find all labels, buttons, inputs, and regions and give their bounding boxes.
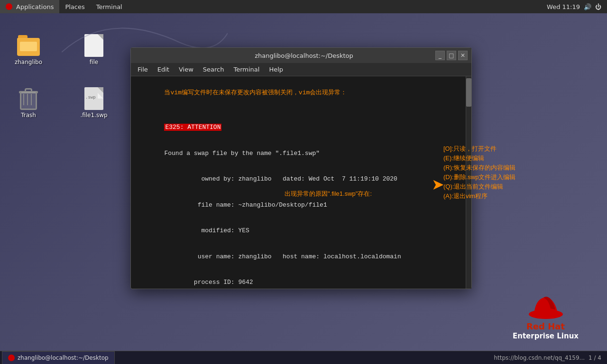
terminal-text[interactable]: 当vim编写文件时在未保存更改内容被强制关闭，vim会出现异常： E325: A… bbox=[131, 76, 466, 289]
places-menu[interactable]: Places bbox=[59, 0, 90, 13]
annotation-5: (A):退出vim程序 bbox=[443, 192, 515, 200]
redhat-logo: Red Hat Enterprise Linux bbox=[513, 291, 579, 340]
arrow-icon: ➤ bbox=[432, 175, 444, 193]
taskbar-dot-icon bbox=[8, 355, 15, 361]
taskbar-right: https://blog.csdn.net/qq_4159... 1 / 4 bbox=[494, 355, 607, 361]
attention-badge: E325: ATTENTION bbox=[164, 124, 221, 131]
menu-file[interactable]: File bbox=[133, 63, 153, 76]
desktop-icon-swp[interactable]: .swp .file1.swp bbox=[75, 85, 113, 120]
header-chinese: 当vim编写文件时在未保存更改内容被强制关闭，vim会出现异常： bbox=[164, 89, 347, 96]
redhat-text2: Enterprise Linux bbox=[513, 332, 579, 340]
desktop: Applications Places Terminal Wed 11:19 🔊… bbox=[0, 0, 607, 364]
terminal-title: zhanglibo@localhost:~/Desktop bbox=[173, 52, 435, 59]
desktop-icon-trash[interactable]: Trash bbox=[9, 85, 47, 120]
menu-view[interactable]: View bbox=[174, 63, 198, 76]
close-button[interactable]: ✕ bbox=[458, 51, 468, 60]
menu-help[interactable]: Help bbox=[264, 63, 288, 76]
taskbar: zhanglibo@localhost:~/Desktop https://bl… bbox=[0, 351, 607, 364]
content-line-3: modified: YES bbox=[164, 227, 249, 234]
window-controls: _ □ ✕ bbox=[435, 51, 468, 60]
terminal-titlebar: zhanglibo@localhost:~/Desktop _ □ ✕ bbox=[131, 48, 471, 63]
annotation-2: (R):恢复未保存的内容编辑 bbox=[443, 164, 515, 172]
minimize-button[interactable]: _ bbox=[435, 51, 445, 60]
terminal-menu[interactable]: Terminal bbox=[91, 0, 128, 13]
top-bar-left: Applications Places Terminal bbox=[0, 0, 128, 13]
annotation-1: (E):继续便编辑 bbox=[443, 154, 515, 163]
scrollbar-thumb[interactable] bbox=[466, 78, 471, 107]
annotations-panel: [O]:只读，打开文件 (E):继续便编辑 (R):恢复未保存的内容编辑 (D)… bbox=[443, 145, 515, 200]
cause-text: 出现异常的原因".file1.swp"存在: bbox=[285, 190, 372, 198]
trash-label: Trash bbox=[21, 112, 36, 118]
swp-label: .file1.swp bbox=[80, 112, 107, 118]
redhat-dot-icon bbox=[6, 3, 12, 10]
terminal-content: 当vim编写文件时在未保存更改内容被强制关闭，vim会出现异常： E325: A… bbox=[131, 76, 471, 289]
terminal-label: Terminal bbox=[96, 3, 122, 10]
content-line-4: user name: zhanglibo host name: localhos… bbox=[164, 253, 401, 260]
annotation-4: (Q):退出当前文件编辑 bbox=[443, 182, 515, 191]
taskbar-url: https://blog.csdn.net/qq_4159... bbox=[494, 355, 585, 361]
menu-edit[interactable]: Edit bbox=[153, 63, 174, 76]
swp-file-icon: .swp bbox=[83, 87, 105, 110]
content-line-5: process ID: 9642 bbox=[164, 279, 253, 286]
menu-search[interactable]: Search bbox=[198, 63, 229, 76]
annotation-3: (D):删除.swp文件进入编辑 bbox=[443, 173, 515, 182]
taskbar-page-info: 1 / 4 bbox=[589, 355, 601, 361]
power-icon[interactable]: ⏻ bbox=[595, 3, 601, 10]
content-line-1: owned by: zhanglibo dated: Wed Oct 7 11:… bbox=[164, 175, 397, 182]
clock: Wed 11:19 bbox=[547, 3, 580, 10]
top-bar: Applications Places Terminal Wed 11:19 🔊… bbox=[0, 0, 607, 13]
trash-icon bbox=[17, 87, 40, 110]
menu-terminal[interactable]: Terminal bbox=[229, 63, 264, 76]
applications-menu[interactable]: Applications bbox=[0, 0, 59, 13]
top-bar-right: Wed 11:19 🔊 ⏻ bbox=[547, 3, 607, 10]
redhat-text1: Red Hat bbox=[526, 321, 565, 332]
redhat-hat-icon bbox=[527, 291, 565, 321]
taskbar-app-item[interactable]: zhanglibo@localhost:~/Desktop bbox=[2, 351, 115, 364]
maximize-button[interactable]: □ bbox=[447, 51, 456, 60]
terminal-menubar: File Edit View Search Terminal Help bbox=[131, 63, 471, 76]
folder-icon bbox=[17, 34, 40, 57]
taskbar-app-label: zhanglibo@localhost:~/Desktop bbox=[18, 355, 109, 361]
volume-icon[interactable]: 🔊 bbox=[584, 3, 591, 10]
content-line-0: Found a swap file by the name ".file1.sw… bbox=[164, 150, 320, 157]
places-label: Places bbox=[65, 3, 84, 10]
applications-label: Applications bbox=[16, 3, 54, 10]
folder-label: zhanglibo bbox=[15, 59, 42, 65]
annotation-0: [O]:只读，打开文件 bbox=[443, 145, 515, 153]
terminal-window: zhanglibo@localhost:~/Desktop _ □ ✕ File… bbox=[130, 47, 472, 289]
desktop-icon-zhanglibo[interactable]: zhanglibo bbox=[9, 32, 47, 67]
content-line-2: file name: ~zhanglibo/Desktop/file1 bbox=[164, 201, 327, 209]
